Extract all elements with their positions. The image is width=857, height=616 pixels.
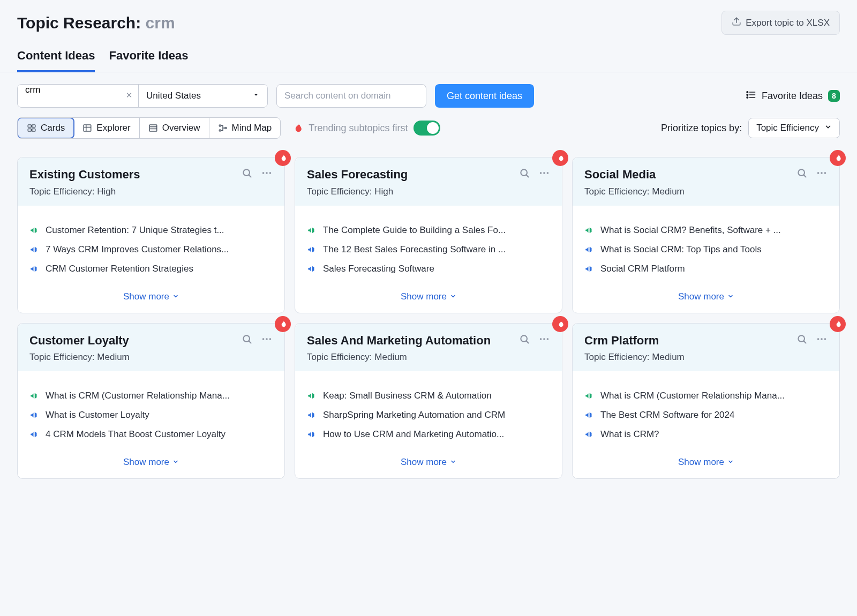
svg-point-30 — [543, 172, 545, 174]
card-item[interactable]: CRM Customer Retention Strategies — [29, 259, 273, 279]
card-efficiency: Topic Efficiency: Medium — [584, 186, 828, 197]
card-item[interactable]: 7 Ways CRM Improves Customer Relations..… — [29, 240, 273, 259]
show-more-link[interactable]: Show more — [123, 291, 179, 302]
svg-line-28 — [527, 175, 529, 177]
svg-line-33 — [804, 175, 806, 177]
card-title: Existing Customers — [29, 167, 140, 182]
view-explorer-label: Explorer — [96, 123, 130, 133]
card-header: Existing CustomersTopic Efficiency: High — [18, 157, 284, 206]
card-item[interactable]: The 12 Best Sales Forecasting Software i… — [307, 240, 550, 259]
svg-point-6 — [747, 91, 748, 93]
card-efficiency: Topic Efficiency: Medium — [584, 352, 828, 363]
card-search-icon[interactable] — [519, 334, 530, 347]
card-item[interactable]: Customer Retention: 7 Unique Strategies … — [29, 221, 273, 240]
svg-rect-11 — [28, 129, 31, 132]
trending-badge — [552, 316, 568, 332]
svg-point-51 — [824, 338, 826, 340]
card-item-text: SharpSpring Marketing Automation and CRM — [323, 410, 505, 420]
card-item[interactable]: What is CRM? — [584, 425, 828, 444]
card-title: Sales Forecasting — [307, 167, 408, 182]
get-ideas-button[interactable]: Get content ideas — [435, 84, 534, 108]
svg-point-49 — [817, 338, 820, 340]
prioritize-select[interactable]: Topic Efficiency — [748, 118, 840, 138]
card-efficiency: Topic Efficiency: High — [307, 186, 550, 197]
card-item-text: What is Customer Loyalty — [46, 410, 149, 420]
card-more-icon[interactable] — [816, 167, 828, 182]
card-item[interactable]: Sales Forecasting Software — [307, 259, 550, 279]
show-more-link[interactable]: Show more — [678, 457, 734, 468]
show-more-link[interactable]: Show more — [678, 291, 734, 302]
card-search-icon[interactable] — [796, 168, 807, 181]
card-item-text: The 12 Best Sales Forecasting Software i… — [323, 244, 506, 255]
domain-search-input[interactable] — [276, 84, 426, 108]
megaphone-icon — [307, 410, 317, 420]
view-overview-label: Overview — [162, 123, 200, 133]
show-more-link[interactable]: Show more — [401, 291, 456, 302]
favorite-count-badge: 8 — [828, 90, 840, 102]
chevron-down-icon — [727, 457, 734, 468]
svg-point-25 — [266, 172, 268, 174]
card-item[interactable]: Social CRM Platform — [584, 259, 828, 279]
svg-point-50 — [821, 338, 823, 340]
chevron-down-icon — [450, 457, 456, 468]
card-more-icon[interactable] — [816, 333, 828, 348]
trending-badge — [830, 316, 846, 332]
card-item[interactable]: What is CRM (Customer Relationship Mana.… — [584, 386, 828, 405]
favorite-ideas-link[interactable]: Favorite Ideas 8 — [746, 89, 840, 103]
card-item[interactable]: 4 CRM Models That Boost Customer Loyalty — [29, 425, 273, 444]
megaphone-icon — [29, 226, 39, 235]
tab-favorite-ideas[interactable]: Favorite Ideas — [109, 44, 188, 72]
trending-badge — [275, 316, 291, 332]
card-item-text: How to Use CRM and Marketing Automatio..… — [323, 429, 504, 440]
svg-rect-16 — [149, 125, 157, 131]
view-explorer[interactable]: Explorer — [74, 118, 139, 138]
overview-icon — [148, 123, 158, 133]
view-cards[interactable]: Cards — [17, 117, 74, 139]
trending-badge — [830, 150, 846, 166]
card-item-text: The Complete Guide to Building a Sales F… — [323, 225, 506, 236]
svg-line-38 — [249, 341, 251, 343]
card-header: Sales And Marketing AutomationTopic Effi… — [295, 324, 562, 372]
view-mindmap[interactable]: Mind Map — [209, 118, 281, 138]
query-input[interactable] — [18, 85, 138, 95]
view-mindmap-label: Mind Map — [232, 123, 272, 133]
card-more-icon[interactable] — [261, 167, 273, 182]
card-search-icon[interactable] — [242, 334, 252, 347]
card-search-icon[interactable] — [242, 168, 252, 181]
card-search-icon[interactable] — [796, 334, 807, 347]
query-country-combo: United States — [17, 84, 268, 108]
megaphone-icon — [307, 226, 317, 235]
clear-query-icon[interactable] — [125, 91, 133, 102]
view-overview[interactable]: Overview — [140, 118, 209, 138]
card-more-icon[interactable] — [261, 333, 273, 348]
card-item[interactable]: What is CRM (Customer Relationship Mana.… — [29, 386, 273, 405]
card-item[interactable]: What is Customer Loyalty — [29, 405, 273, 425]
megaphone-icon — [584, 264, 594, 274]
tab-content-ideas[interactable]: Content Ideas — [17, 44, 95, 72]
card-more-icon[interactable] — [538, 167, 550, 182]
country-select[interactable]: United States — [139, 85, 267, 107]
list-icon — [746, 89, 756, 103]
card-title: Sales And Marketing Automation — [307, 333, 491, 348]
svg-point-46 — [547, 338, 549, 340]
card-item[interactable]: SharpSpring Marketing Automation and CRM — [307, 405, 550, 425]
trending-toggle-group: Trending subtopics first — [291, 121, 440, 136]
megaphone-icon — [584, 226, 594, 235]
topic-card: Social MediaTopic Efficiency: MediumWhat… — [572, 157, 840, 313]
trending-toggle[interactable] — [414, 121, 440, 136]
trending-label: Trending subtopics first — [309, 123, 408, 134]
card-title: Crm Platform — [584, 333, 659, 348]
card-item[interactable]: What is Social CRM: Top Tips and Tools — [584, 240, 828, 259]
card-item[interactable]: What is Social CRM? Benefits, Software +… — [584, 221, 828, 240]
card-item[interactable]: How to Use CRM and Marketing Automatio..… — [307, 425, 550, 444]
card-search-icon[interactable] — [519, 168, 530, 181]
show-more-link[interactable]: Show more — [401, 457, 456, 468]
card-item[interactable]: Keap: Small Business CRM & Automation — [307, 386, 550, 405]
export-button[interactable]: Export topic to XLSX — [721, 11, 840, 35]
card-item[interactable]: The Complete Guide to Building a Sales F… — [307, 221, 550, 240]
card-item-text: Customer Retention: 7 Unique Strategies … — [46, 225, 224, 236]
card-item[interactable]: The Best CRM Software for 2024 — [584, 405, 828, 425]
card-more-icon[interactable] — [538, 333, 550, 348]
show-more-link[interactable]: Show more — [123, 457, 179, 468]
card-efficiency: Topic Efficiency: Medium — [29, 352, 273, 363]
